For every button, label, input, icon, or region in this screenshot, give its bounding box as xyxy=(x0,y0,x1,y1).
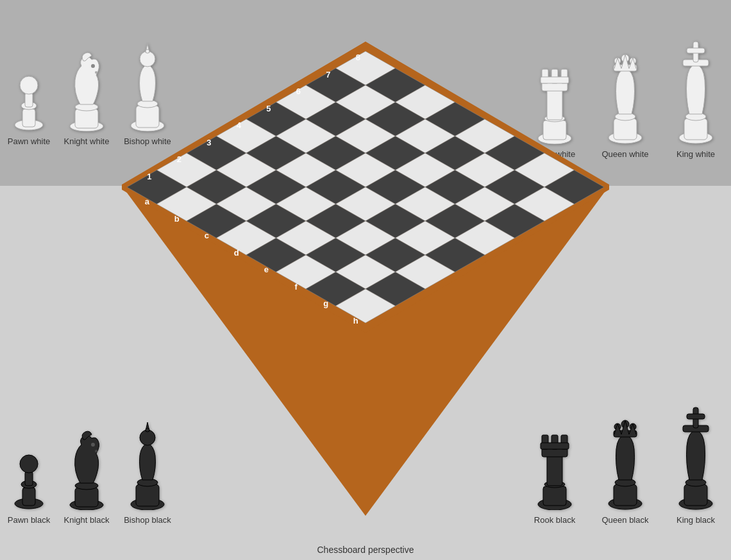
king-white-item: King white xyxy=(670,35,721,159)
caption: Chessboard perspective xyxy=(317,545,414,555)
knight-white-item: Knight white xyxy=(61,48,112,146)
svg-point-45 xyxy=(91,443,95,447)
svg-rect-3 xyxy=(25,93,33,107)
svg-rect-69 xyxy=(684,484,707,506)
knight-black-svg xyxy=(61,427,112,510)
svg-point-9 xyxy=(95,71,97,74)
pawn-black-label: Pawn black xyxy=(8,515,50,525)
svg-rect-6 xyxy=(75,109,98,128)
svg-rect-40 xyxy=(25,472,33,486)
svg-rect-73 xyxy=(687,414,705,419)
pawn-white-svg xyxy=(6,61,51,131)
svg-rect-36 xyxy=(687,48,705,53)
svg-rect-32 xyxy=(684,119,707,140)
pawn-black-item: Pawn black xyxy=(6,440,51,525)
knight-white-label: Knight white xyxy=(64,136,110,146)
pawn-white-label: Pawn white xyxy=(8,136,50,146)
king-black-svg xyxy=(670,401,721,510)
svg-rect-1 xyxy=(22,109,35,127)
knight-black-item: Knight black xyxy=(61,427,112,525)
pawn-white-item: Pawn white xyxy=(6,61,51,146)
knight-white-svg xyxy=(61,48,112,131)
svg-point-4 xyxy=(20,76,38,94)
svg-rect-25 xyxy=(614,119,637,140)
pawn-black-svg xyxy=(6,440,51,510)
king-white-svg xyxy=(670,35,721,144)
svg-point-46 xyxy=(95,450,97,452)
board-canvas xyxy=(122,29,609,529)
knight-black-label: Knight black xyxy=(64,515,110,525)
svg-rect-43 xyxy=(75,488,98,507)
svg-rect-62 xyxy=(614,484,637,506)
king-black-item: King black xyxy=(670,401,721,525)
svg-point-41 xyxy=(20,455,38,473)
svg-rect-38 xyxy=(22,488,35,506)
svg-point-8 xyxy=(91,64,95,68)
king-white-label: King white xyxy=(676,149,715,159)
king-black-label: King black xyxy=(676,515,715,525)
caption-text: Chessboard perspective xyxy=(317,545,414,555)
